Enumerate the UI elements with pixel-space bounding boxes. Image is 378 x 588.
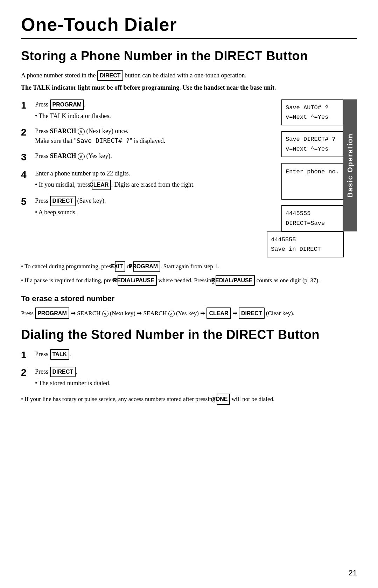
lcd3-line3 [286,186,339,195]
intro-paragraph: A phone number stored in the DIRECT butt… [21,70,357,81]
step5-bullet: • A beep sounds. [35,208,274,217]
s2-step-content-2: Press DIRECT. • The stored number is dia… [35,367,357,388]
step-content-4: Enter a phone number up to 22 digits. • … [35,169,274,190]
tone-key: TONE [217,394,230,405]
main-content-area: 1 Press PROGRAM. • The TALK indicator fl… [21,99,357,231]
step-number-3: 3 [21,151,31,163]
basic-operation-label: Basic Operation [343,99,357,231]
page-number: 21 [349,568,357,577]
title-divider [21,38,357,39]
search-down-erase: ∨ [102,311,108,317]
bullets-after-steps: • To cancel during programming, press EX… [21,261,357,286]
direct-key-step5: DIRECT [50,196,76,206]
lcd5-line2: Save in DIRECT [271,244,340,254]
section2-title: Dialing the Stored Number in the DIRECT … [21,327,357,342]
lcd4-line2: DIRECT=Save [286,219,339,228]
step-4: 4 Enter a phone number up to 22 digits. … [21,169,274,190]
section1-title: Storing a Phone Number in the DIRECT But… [21,49,357,63]
s2-step-number-1: 1 [21,349,31,361]
s2-step-number-2: 2 [21,367,31,379]
intro-bold: The TALK indicator light must be off bef… [21,83,357,92]
step-5: 5 Press DIRECT (Save key). • A beep soun… [21,196,274,217]
lcd1-line2: v=Next ^=Yes [286,112,339,122]
footer-bullet-tone: • If your line has rotary or pulse servi… [21,394,357,405]
talk-key: TALK [50,349,69,360]
step-1: 1 Press PROGRAM. • The TALK indicator fl… [21,99,274,121]
redial-pause-key2: REDIAL/PAUSE [216,275,255,286]
step-number-5: 5 [21,196,31,208]
lcd1-line1: Save AUTO# ? [286,103,339,112]
section2-step-2: 2 Press DIRECT. • The stored number is d… [21,367,357,388]
page-title: One-Touch Dialer [21,14,357,35]
steps-column: 1 Press PROGRAM. • The TALK indicator fl… [21,99,274,231]
clear-key-step4: CLEAR [92,180,111,190]
lcd-display-3: Enter phone no. [281,163,343,200]
clear-key-erase: CLEAR [206,307,231,319]
step-content-1: Press PROGRAM. • The TALK indicator flas… [35,99,274,121]
direct-key-s2: DIRECT [50,367,76,377]
step-2: 2 Press SEARCH ∨ (Next key) once. Make s… [21,126,274,146]
step-3: 3 Press SEARCH ∧ (Yes key). [21,151,274,163]
footer-bullets: • If your line has rotary or pulse servi… [21,394,357,405]
lcd4-line1: 4445555 [286,209,339,218]
step-number-4: 4 [21,169,31,181]
s2-step-content-1: Press TALK. [35,349,357,360]
s2-step2-bullet: • The stored number is dialed. [35,379,357,388]
search-up-erase: ∧ [168,311,175,317]
step4-bullet: • If you misdial, press CLEAR. Digits ar… [35,180,274,190]
exit-key: EXIT [115,261,125,272]
step-content-3: Press SEARCH ∧ (Yes key). [35,151,274,161]
step1-bullet: • The TALK indicator flashes. [35,111,274,121]
step-content-2: Press SEARCH ∨ (Next key) once. Make sur… [35,126,274,146]
lcd3-line2 [286,177,339,186]
lcd3-line1: Enter phone no. [286,167,339,177]
redial-pause-key1: REDIAL/PAUSE [118,275,157,286]
right-column-wrapper: Save AUTO# ? v=Next ^=Yes Save DIRECT# ?… [281,99,357,231]
lcd-column: Save AUTO# ? v=Next ^=Yes Save DIRECT# ?… [281,99,343,231]
erase-section-text: Press PROGRAM ➡ SEARCH ∨ (Next key) ➡ SE… [21,307,357,319]
section2-step-1: 1 Press TALK. [21,349,357,361]
program-key-1: PROGRAM [50,99,84,110]
lcd-display-5-wrapper: 4445555 Save in DIRECT [21,231,344,257]
lcd5-line1: 4445555 [271,235,340,244]
lcd-display-2: Save DIRECT# ? v=Next ^=Yes [281,131,343,157]
search-up-icon: ∧ [78,153,85,160]
step-number-2: 2 [21,126,31,138]
lcd2-line2: v=Next ^=Yes [286,144,339,154]
direct-key-erase: DIRECT [239,307,265,319]
lcd-display-4: 4445555 DIRECT=Save [281,205,343,231]
bullet-pause: • If a pause is required for dialing, pr… [21,275,357,286]
step-content-5: Press DIRECT (Save key). • A beep sounds… [35,196,274,217]
bullet-cancel: • To cancel during programming, press EX… [21,261,357,272]
lcd-display-1: Save AUTO# ? v=Next ^=Yes [281,99,343,125]
lcd-display-5: 4445555 Save in DIRECT [267,231,344,257]
program-key-bullet: PROGRAM [133,261,161,272]
lcd2-line1: Save DIRECT# ? [286,134,339,144]
program-key-erase: PROGRAM [35,307,69,319]
section2-steps: 1 Press TALK. 2 Press DIRECT. • The stor… [21,349,357,388]
search-down-icon: ∨ [78,128,85,135]
step-number-1: 1 [21,99,31,111]
erase-subsection-title: To erase a stored number [21,294,357,303]
direct-key-intro: DIRECT [97,70,123,81]
